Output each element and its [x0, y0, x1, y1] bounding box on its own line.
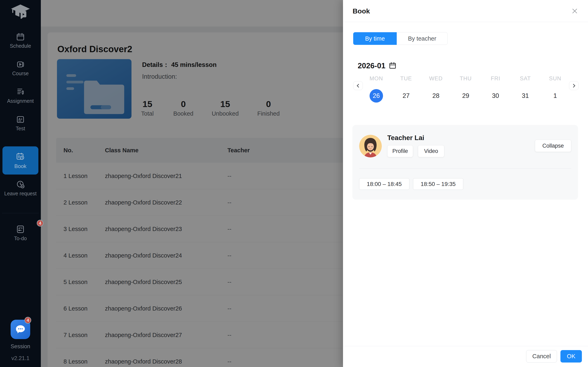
time-slot[interactable]: 18:50 – 19:35 — [413, 178, 463, 190]
date-option[interactable]: 30 — [489, 89, 502, 103]
weekday-label: WED — [421, 75, 451, 82]
footer-divider — [343, 346, 588, 346]
collapse-button[interactable]: Collapse — [535, 140, 571, 152]
date-option[interactable]: 27 — [399, 89, 413, 103]
sidebar-item-todo[interactable]: 4 To-do — [0, 224, 41, 242]
weekday-label: THU — [451, 75, 481, 82]
ok-button[interactable]: OK — [561, 350, 582, 363]
course-video-icon — [16, 60, 25, 69]
chat-badge: 4 — [25, 317, 31, 324]
card-divider — [359, 168, 571, 169]
week-strip: MON 26 TUE 27 WED 28 THU 29 FRI 30 SAT 3… — [343, 75, 588, 104]
svg-text:A+: A+ — [18, 117, 22, 121]
test-grade-icon: A+ — [16, 115, 25, 124]
weekday-label: FRI — [481, 75, 510, 82]
book-calendar-clock-icon — [16, 152, 25, 161]
teacher-avatar — [359, 135, 382, 157]
sidebar-item-label: Assignment — [7, 98, 34, 104]
sidebar-item-course[interactable]: Course — [0, 60, 41, 76]
day-column-tue[interactable]: TUE 27 — [391, 75, 421, 103]
session-label: Session — [0, 343, 41, 350]
sidebar-item-test[interactable]: A+ Test — [0, 115, 41, 132]
month-picker[interactable]: 2026-01 — [358, 61, 397, 71]
sidebar-item-label: Schedule — [10, 43, 31, 49]
sidebar-item-label: Course — [12, 71, 29, 76]
day-column-mon[interactable]: MON 26 — [361, 75, 391, 103]
drawer-header: Book — [343, 0, 588, 22]
app-logo-icon — [10, 4, 31, 23]
book-drawer: Book By time By teacher 2026-01 — [343, 0, 588, 367]
teacher-name: Teacher Lai — [387, 134, 424, 142]
day-column-wed[interactable]: WED 28 — [421, 75, 451, 103]
app-version: v2.21.1 — [0, 355, 41, 361]
close-icon[interactable] — [571, 7, 579, 15]
time-slot[interactable]: 18:00 – 18:45 — [359, 178, 409, 190]
tab-by-teacher[interactable]: By teacher — [397, 32, 448, 45]
calendar-icon — [388, 61, 397, 71]
next-week-button[interactable] — [569, 81, 579, 90]
day-column-sat[interactable]: SAT 31 — [510, 75, 540, 103]
cancel-button[interactable]: Cancel — [526, 350, 557, 363]
weekday-label: TUE — [391, 75, 421, 82]
day-column-thu[interactable]: THU 29 — [451, 75, 481, 103]
assignment-doc-pen-icon — [16, 87, 25, 97]
sidebar-item-leave-request[interactable]: Leave request — [0, 180, 41, 197]
tab-by-time[interactable]: By time — [353, 32, 397, 45]
todo-checklist-icon: 4 — [16, 224, 25, 234]
sidebar-item-assignment[interactable]: Assignment — [0, 87, 41, 104]
video-button[interactable]: Video — [418, 145, 444, 157]
sidebar-item-schedule[interactable]: Schedule — [0, 32, 41, 49]
date-option[interactable]: 31 — [519, 89, 532, 103]
teacher-card: Teacher Lai Profile Video Collapse 18:00… — [352, 125, 578, 200]
drawer-title: Book — [353, 0, 370, 22]
sidebar-divider — [2, 213, 39, 213]
todo-badge: 4 — [37, 220, 43, 226]
sidebar-item-book[interactable]: Book — [2, 146, 38, 175]
date-option[interactable]: 28 — [429, 89, 443, 103]
date-option[interactable]: 29 — [459, 89, 472, 103]
screen: Schedule Course Assignment — [0, 0, 588, 367]
schedule-calendar-icon — [16, 32, 25, 42]
chat-app-icon[interactable]: 4 — [11, 320, 30, 339]
sidebar-item-label: Book — [14, 163, 26, 169]
weekday-label: SAT — [510, 75, 540, 82]
day-column-fri[interactable]: FRI 30 — [481, 75, 510, 103]
date-option[interactable]: 1 — [548, 89, 562, 103]
sidebar-item-label: Leave request — [4, 191, 36, 197]
booking-mode-tabs: By time By teacher — [353, 32, 448, 45]
profile-button[interactable]: Profile — [387, 145, 413, 157]
sidebar: Schedule Course Assignment — [0, 0, 41, 367]
date-selected[interactable]: 26 — [370, 89, 383, 103]
month-label: 2026-01 — [358, 62, 385, 70]
sidebar-item-label: Test — [16, 125, 25, 132]
weekday-label: MON — [361, 75, 391, 82]
sidebar-item-label: To-do — [14, 235, 27, 242]
leave-clock-minus-icon — [16, 180, 25, 189]
weekday-label: SUN — [540, 75, 570, 82]
day-column-sun[interactable]: SUN 1 — [540, 75, 570, 103]
